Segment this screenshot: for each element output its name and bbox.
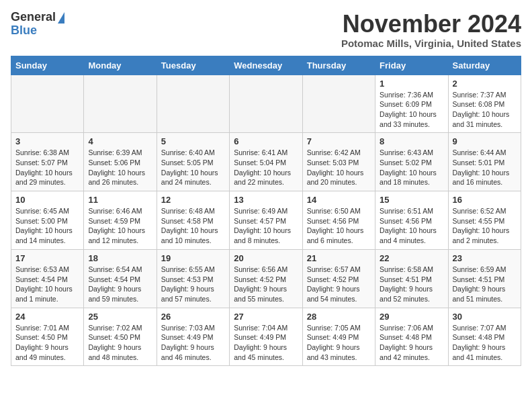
day-number: 1 [380, 79, 443, 89]
day-info: Sunrise: 6:43 AM Sunset: 5:02 PM Dayligh… [380, 148, 443, 187]
calendar-cell: 5Sunrise: 6:40 AM Sunset: 5:05 PM Daylig… [157, 133, 229, 191]
day-number: 18 [88, 253, 152, 263]
day-number: 6 [234, 136, 298, 146]
col-header-thursday: Thursday [302, 56, 375, 75]
day-number: 23 [453, 253, 517, 263]
calendar-cell: 8Sunrise: 6:43 AM Sunset: 5:02 PM Daylig… [375, 133, 448, 191]
day-info: Sunrise: 7:04 AM Sunset: 4:49 PM Dayligh… [234, 323, 298, 363]
col-header-friday: Friday [375, 56, 448, 75]
day-number: 17 [15, 253, 79, 263]
day-info: Sunrise: 6:40 AM Sunset: 5:05 PM Dayligh… [161, 148, 225, 187]
calendar-cell: 30Sunrise: 7:07 AM Sunset: 4:48 PM Dayli… [448, 308, 521, 366]
day-number: 27 [234, 312, 298, 322]
calendar-cell: 22Sunrise: 6:58 AM Sunset: 4:51 PM Dayli… [375, 249, 448, 308]
calendar-cell: 7Sunrise: 6:42 AM Sunset: 5:03 PM Daylig… [302, 133, 375, 191]
day-info: Sunrise: 6:50 AM Sunset: 4:56 PM Dayligh… [307, 206, 371, 246]
day-info: Sunrise: 6:49 AM Sunset: 4:57 PM Dayligh… [234, 206, 298, 246]
day-info: Sunrise: 6:51 AM Sunset: 4:56 PM Dayligh… [380, 206, 443, 246]
calendar-cell: 21Sunrise: 6:57 AM Sunset: 4:52 PM Dayli… [302, 249, 375, 308]
col-header-sunday: Sunday [11, 56, 84, 75]
day-info: Sunrise: 6:59 AM Sunset: 4:51 PM Dayligh… [453, 265, 517, 304]
day-info: Sunrise: 6:38 AM Sunset: 5:07 PM Dayligh… [15, 148, 79, 187]
day-info: Sunrise: 6:45 AM Sunset: 5:00 PM Dayligh… [15, 206, 79, 246]
day-info: Sunrise: 7:36 AM Sunset: 6:09 PM Dayligh… [380, 90, 443, 130]
calendar-cell: 11Sunrise: 6:46 AM Sunset: 4:59 PM Dayli… [84, 191, 157, 250]
day-info: Sunrise: 7:06 AM Sunset: 4:48 PM Dayligh… [380, 323, 443, 363]
day-number: 15 [380, 195, 443, 205]
calendar-cell [84, 75, 157, 133]
day-number: 13 [234, 195, 298, 205]
day-info: Sunrise: 6:54 AM Sunset: 4:54 PM Dayligh… [88, 265, 152, 304]
calendar-cell: 17Sunrise: 6:53 AM Sunset: 4:54 PM Dayli… [11, 249, 84, 308]
calendar-cell: 9Sunrise: 6:44 AM Sunset: 5:01 PM Daylig… [448, 133, 521, 191]
calendar-cell: 28Sunrise: 7:05 AM Sunset: 4:49 PM Dayli… [302, 308, 375, 366]
calendar-cell: 10Sunrise: 6:45 AM Sunset: 5:00 PM Dayli… [11, 191, 84, 250]
week-row-3: 10Sunrise: 6:45 AM Sunset: 5:00 PM Dayli… [11, 191, 521, 250]
logo: General Blue [11, 11, 64, 38]
calendar-cell: 15Sunrise: 6:51 AM Sunset: 4:56 PM Dayli… [375, 191, 448, 250]
calendar-cell: 18Sunrise: 6:54 AM Sunset: 4:54 PM Dayli… [84, 249, 157, 308]
calendar-cell: 12Sunrise: 6:48 AM Sunset: 4:58 PM Dayli… [157, 191, 229, 250]
calendar-cell: 27Sunrise: 7:04 AM Sunset: 4:49 PM Dayli… [230, 308, 302, 366]
calendar-cell: 1Sunrise: 7:36 AM Sunset: 6:09 PM Daylig… [375, 75, 448, 133]
col-header-wednesday: Wednesday [230, 56, 302, 75]
day-info: Sunrise: 7:07 AM Sunset: 4:48 PM Dayligh… [453, 323, 517, 363]
calendar-cell: 20Sunrise: 6:56 AM Sunset: 4:52 PM Dayli… [230, 249, 302, 308]
day-number: 21 [307, 253, 371, 263]
calendar-cell: 13Sunrise: 6:49 AM Sunset: 4:57 PM Dayli… [230, 191, 302, 250]
day-number: 20 [234, 253, 298, 263]
day-number: 19 [161, 253, 225, 263]
calendar-cell: 29Sunrise: 7:06 AM Sunset: 4:48 PM Dayli… [375, 308, 448, 366]
calendar-cell: 6Sunrise: 6:41 AM Sunset: 5:04 PM Daylig… [230, 133, 302, 191]
day-info: Sunrise: 6:56 AM Sunset: 4:52 PM Dayligh… [234, 265, 298, 304]
day-info: Sunrise: 6:44 AM Sunset: 5:01 PM Dayligh… [453, 148, 517, 187]
day-info: Sunrise: 6:53 AM Sunset: 4:54 PM Dayligh… [15, 265, 79, 304]
calendar-cell: 25Sunrise: 7:02 AM Sunset: 4:50 PM Dayli… [84, 308, 157, 366]
day-info: Sunrise: 6:48 AM Sunset: 4:58 PM Dayligh… [161, 206, 225, 246]
col-header-monday: Monday [84, 56, 157, 75]
day-info: Sunrise: 7:05 AM Sunset: 4:49 PM Dayligh… [307, 323, 371, 363]
day-number: 28 [307, 312, 371, 322]
calendar-cell [157, 75, 229, 133]
day-number: 4 [88, 136, 152, 146]
day-info: Sunrise: 6:39 AM Sunset: 5:06 PM Dayligh… [88, 148, 152, 187]
day-number: 29 [380, 312, 443, 322]
day-info: Sunrise: 6:57 AM Sunset: 4:52 PM Dayligh… [307, 265, 371, 304]
calendar-cell: 24Sunrise: 7:01 AM Sunset: 4:50 PM Dayli… [11, 308, 84, 366]
calendar-cell: 26Sunrise: 7:03 AM Sunset: 4:49 PM Dayli… [157, 308, 229, 366]
month-title: November 2024 [341, 11, 521, 38]
calendar-cell: 19Sunrise: 6:55 AM Sunset: 4:53 PM Dayli… [157, 249, 229, 308]
day-number: 5 [161, 136, 225, 146]
calendar-cell: 14Sunrise: 6:50 AM Sunset: 4:56 PM Dayli… [302, 191, 375, 250]
week-row-5: 24Sunrise: 7:01 AM Sunset: 4:50 PM Dayli… [11, 308, 521, 366]
day-number: 7 [307, 136, 371, 146]
week-row-4: 17Sunrise: 6:53 AM Sunset: 4:54 PM Dayli… [11, 249, 521, 308]
logo-text: General [11, 11, 64, 24]
day-number: 2 [453, 79, 517, 89]
calendar-cell: 3Sunrise: 6:38 AM Sunset: 5:07 PM Daylig… [11, 133, 84, 191]
day-info: Sunrise: 6:52 AM Sunset: 4:55 PM Dayligh… [453, 206, 517, 246]
day-info: Sunrise: 7:01 AM Sunset: 4:50 PM Dayligh… [15, 323, 79, 363]
col-header-saturday: Saturday [448, 56, 521, 75]
day-number: 24 [15, 312, 79, 322]
col-header-tuesday: Tuesday [157, 56, 229, 75]
day-number: 14 [307, 195, 371, 205]
day-number: 26 [161, 312, 225, 322]
calendar-cell: 4Sunrise: 6:39 AM Sunset: 5:06 PM Daylig… [84, 133, 157, 191]
day-number: 9 [453, 136, 517, 146]
day-number: 12 [161, 195, 225, 205]
day-number: 8 [380, 136, 443, 146]
day-number: 25 [88, 312, 152, 322]
week-row-1: 1Sunrise: 7:36 AM Sunset: 6:09 PM Daylig… [11, 75, 521, 133]
day-info: Sunrise: 6:46 AM Sunset: 4:59 PM Dayligh… [88, 206, 152, 246]
logo-blue-text: Blue [11, 24, 37, 38]
calendar-cell: 2Sunrise: 7:37 AM Sunset: 6:08 PM Daylig… [448, 75, 521, 133]
day-info: Sunrise: 6:42 AM Sunset: 5:03 PM Dayligh… [307, 148, 371, 187]
calendar-cell: 16Sunrise: 6:52 AM Sunset: 4:55 PM Dayli… [448, 191, 521, 250]
week-row-2: 3Sunrise: 6:38 AM Sunset: 5:07 PM Daylig… [11, 133, 521, 191]
calendar-cell: 23Sunrise: 6:59 AM Sunset: 4:51 PM Dayli… [448, 249, 521, 308]
day-number: 3 [15, 136, 79, 146]
day-info: Sunrise: 6:41 AM Sunset: 5:04 PM Dayligh… [234, 148, 298, 187]
day-number: 22 [380, 253, 443, 263]
calendar-cell [11, 75, 84, 133]
